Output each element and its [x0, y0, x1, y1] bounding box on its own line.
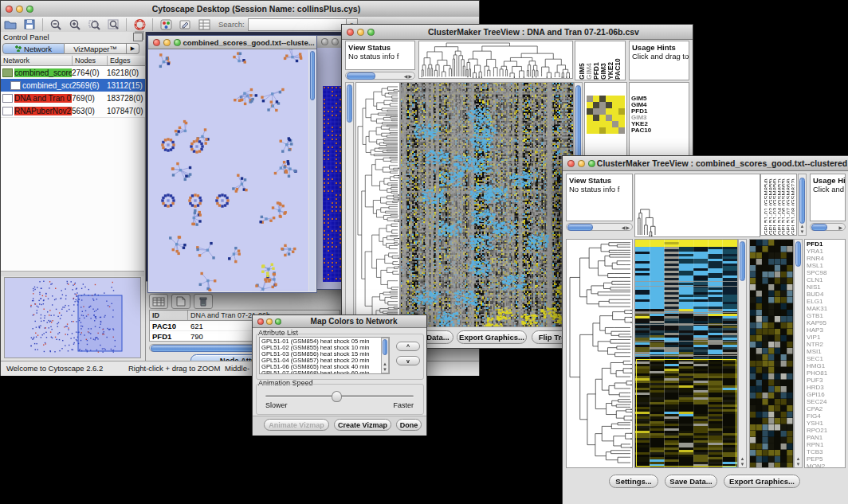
gene-label[interactable]: RNR4 [807, 255, 845, 262]
matrix-cell[interactable] [599, 96, 606, 102]
matrix-cell[interactable] [618, 96, 625, 102]
minimize-button[interactable] [578, 160, 585, 167]
save-icon[interactable] [22, 18, 37, 30]
column-label[interactable]: GIM3 [599, 63, 607, 80]
network-vscrollbar[interactable] [309, 49, 316, 291]
desktop-titlebar[interactable]: Cytoscape Desktop (Session Name: collins… [1, 1, 479, 18]
dialog-titlebar[interactable]: Map Colors to Network [253, 315, 426, 328]
export-graphics--button[interactable]: Export Graphics... [457, 330, 527, 344]
zoom-vscrollbar[interactable]: ▲▼ [794, 239, 803, 468]
matrix-cell[interactable] [606, 108, 612, 115]
id-column-header[interactable]: ID [150, 311, 188, 320]
column-label[interactable]: PFD1 [592, 62, 599, 80]
gene-label[interactable]: PUF3 [807, 377, 845, 384]
matrix-cell[interactable] [606, 115, 612, 121]
zoom-heatmap-canvas[interactable] [749, 239, 794, 468]
treeview2-titlebar[interactable]: ClusterMaker TreeView : combined_scores_… [563, 156, 848, 171]
matrix-cell[interactable] [606, 102, 612, 108]
matrix-cell[interactable] [587, 108, 593, 115]
treeview1-left-vscrollbar[interactable] [345, 82, 354, 327]
gene-label[interactable]: CPA2 [807, 405, 845, 412]
matrix-cell[interactable] [587, 96, 593, 102]
matrix-cell[interactable] [599, 127, 606, 134]
window-controls[interactable] [6, 6, 33, 13]
network-table-header[interactable]: Network Nodes Edges [1, 56, 145, 66]
attribute-table-button[interactable] [149, 294, 168, 309]
column-label[interactable]: GPL51-08 (GSM872) [790, 178, 795, 235]
zoom-button[interactable] [367, 29, 375, 36]
gene-label[interactable]: VIP1 [807, 334, 845, 341]
gene-label[interactable]: MSL1 [807, 262, 845, 269]
heatmap-vscrollbar[interactable]: ▲▼ [738, 239, 747, 468]
matrix-cell[interactable] [587, 115, 593, 121]
network-list-empty-area[interactable] [1, 118, 144, 272]
create-vizmap-button[interactable]: Create Vizmap [334, 419, 391, 431]
table-icon[interactable] [197, 18, 211, 30]
network-overview-canvas[interactable] [4, 277, 141, 358]
matrix-cell[interactable] [593, 115, 599, 121]
matrix-cell[interactable] [593, 121, 599, 127]
usage-hints-hscrollbar[interactable]: ▶ [810, 223, 846, 231]
gene-label[interactable]: RPO21 [807, 427, 845, 434]
matrix-cell[interactable] [587, 127, 593, 134]
zoom-button[interactable] [26, 6, 33, 13]
done-button[interactable]: Done [396, 419, 422, 431]
matrix-cell[interactable] [606, 96, 612, 102]
attribute-list-item[interactable]: GPL51-07 (GSM868) heat shock 60 min [261, 370, 389, 374]
view-status-hscrollbar[interactable]: ◀▶ [566, 223, 633, 231]
heatmap-canvas[interactable] [400, 82, 574, 327]
move-down-button[interactable]: v [396, 356, 420, 365]
gene-label[interactable]: PHO81 [807, 369, 845, 377]
gene-label[interactable]: FIG4 [807, 412, 845, 420]
create-attribute-button[interactable] [171, 294, 190, 309]
row-label[interactable]: PAC10 [631, 127, 689, 134]
column-label[interactable]: PAC10 [614, 58, 621, 80]
minimize-button[interactable] [357, 29, 364, 36]
row-dendrogram-canvas[interactable] [355, 82, 400, 327]
matrix-cell[interactable] [612, 127, 618, 134]
gene-label[interactable]: MSI1 [807, 348, 845, 355]
close-button[interactable] [347, 29, 354, 36]
gene-label[interactable]: TCB3 [807, 448, 845, 455]
vizmap-icon[interactable] [159, 18, 173, 30]
column-label[interactable]: GIM4 [585, 63, 592, 80]
zoom-fit-icon[interactable] [106, 18, 120, 30]
network-view-canvas[interactable] [149, 49, 308, 291]
gene-label[interactable]: YRA1 [807, 248, 845, 255]
gene-label[interactable]: PFD1 [807, 240, 845, 248]
gene-label[interactable]: KAP95 [807, 319, 845, 326]
network-table-row[interactable]: combined_scores2764(0)16218(0) [1, 66, 145, 79]
settings--button[interactable]: Settings... [609, 475, 658, 488]
matrix-cell[interactable] [618, 115, 625, 121]
network-table-row[interactable]: DNA and Tran 07769(0)183728(0) [1, 92, 145, 104]
gene-label[interactable]: MON2 [807, 463, 845, 468]
gene-label[interactable]: RPN1 [807, 441, 845, 448]
column-label[interactable]: GPL51-07 (GSM868) [785, 178, 790, 235]
gene-label[interactable]: CLN1 [807, 276, 845, 283]
move-up-button[interactable]: ^ [396, 342, 420, 351]
matrix-cell[interactable] [606, 127, 612, 134]
zoom-in-icon[interactable] [68, 18, 82, 30]
matrix-cell[interactable] [593, 96, 599, 102]
minimize-button[interactable] [266, 318, 273, 325]
gene-labels-panel[interactable]: PFD1YRA1RNR4MSL1SPC98CLN1NIS1BUD4ELG1MAK… [804, 239, 846, 468]
tab-overflow-button[interactable]: ▶ [127, 43, 139, 54]
matrix-cell[interactable] [618, 127, 625, 134]
overview-divider[interactable] [1, 272, 144, 276]
matrix-cell[interactable] [618, 108, 625, 115]
matrix-cell[interactable] [587, 121, 593, 127]
attribute-list-vscrollbar[interactable]: ▲▼ [381, 338, 389, 373]
annotation-icon[interactable] [178, 18, 192, 30]
column-label[interactable]: GPL51-03 (GSM856) [771, 178, 776, 235]
gene-label[interactable]: NIS1 [807, 283, 845, 291]
matrix-cell[interactable] [593, 127, 599, 134]
matrix-cell[interactable] [612, 121, 618, 127]
matrix-cell[interactable] [587, 102, 593, 108]
gene-label[interactable]: PEP5 [807, 455, 845, 463]
matrix-cell[interactable] [599, 121, 606, 127]
save-data--button[interactable]: Save Data... [665, 475, 717, 488]
close-button[interactable] [567, 160, 575, 167]
matrix-cell[interactable] [606, 121, 612, 127]
network-table-row[interactable]: combined_sco2569(6)13112(15) [1, 79, 145, 92]
matrix-cell[interactable] [612, 96, 618, 102]
